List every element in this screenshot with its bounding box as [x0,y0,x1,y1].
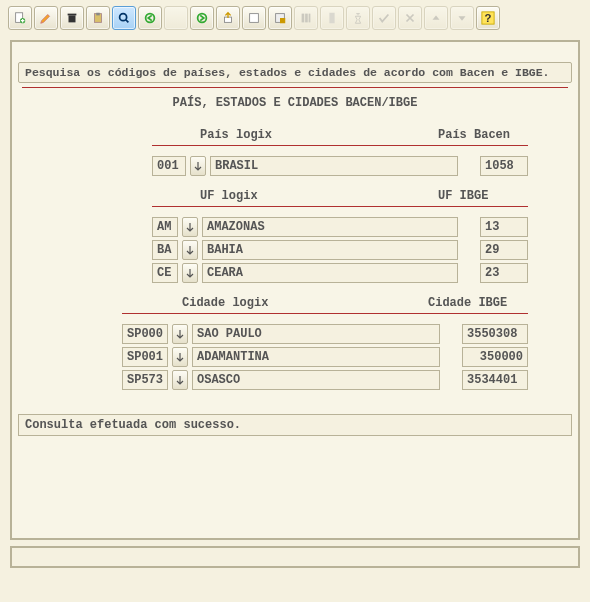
uf-code-input[interactable] [152,240,178,260]
cidade-code-input[interactable] [122,370,168,390]
cidade-row [118,370,532,390]
description-bar: Pesquisa os códigos de países, estados e… [18,62,572,83]
new-icon[interactable] [8,6,32,30]
uf-name-input[interactable] [202,217,458,237]
svg-rect-13 [302,14,305,23]
svg-rect-16 [329,13,334,24]
svg-rect-12 [280,18,285,23]
delete-icon[interactable] [60,6,84,30]
uf-ibge-input[interactable] [480,217,528,237]
svg-rect-10 [250,14,259,23]
label-cidade-ibge: Cidade IBGE [428,296,528,310]
svg-rect-14 [305,14,308,23]
cidade-name-input[interactable] [192,370,440,390]
up-icon [424,6,448,30]
uf-code-input[interactable] [152,217,178,237]
svg-rect-15 [309,14,311,23]
cidade-lookup-button[interactable] [172,370,188,390]
uf-row [148,217,532,237]
paste-icon[interactable] [86,6,110,30]
uf-ibge-input[interactable] [480,240,528,260]
uf-row [148,263,532,283]
pais-code-input[interactable] [152,156,186,176]
svg-point-6 [120,14,127,21]
divider [152,206,528,207]
ok-icon [372,6,396,30]
uf-name-input[interactable] [202,240,458,260]
cidade-ibge-input[interactable] [462,347,528,367]
uf-ibge-input[interactable] [480,263,528,283]
svg-rect-5 [96,13,100,16]
report-icon [320,6,344,30]
save-icon[interactable] [242,6,266,30]
uf-row [148,240,532,260]
cidade-name-input[interactable] [192,324,440,344]
main-panel: Pesquisa os códigos de países, estados e… [10,40,580,540]
cidade-row [118,324,532,344]
cidade-code-input[interactable] [122,347,168,367]
toolbar: ? [0,0,590,36]
help-icon[interactable]: ? [476,6,500,30]
output-icon[interactable] [268,6,292,30]
divider [22,87,568,88]
uf-name-input[interactable] [202,263,458,283]
uf-lookup-button[interactable] [182,217,198,237]
section-header-uf: UF logix UF IBGE [148,189,532,203]
footer-bar [10,546,580,568]
next-icon[interactable] [190,6,214,30]
label-pais-logix: País logix [200,128,438,142]
svg-rect-2 [69,15,76,22]
cancel-icon [398,6,422,30]
cidade-ibge-input[interactable] [462,370,528,390]
label-pais-bacen: País Bacen [438,128,528,142]
label-uf-ibge: UF IBGE [438,189,528,203]
search-icon[interactable] [112,6,136,30]
prev-blank-icon [164,6,188,30]
svg-rect-3 [68,14,77,16]
cidade-name-input[interactable] [192,347,440,367]
uf-code-input[interactable] [152,263,178,283]
export-icon[interactable] [216,6,240,30]
uf-lookup-button[interactable] [182,263,198,283]
cidade-ibge-input[interactable] [462,324,528,344]
uf-lookup-button[interactable] [182,240,198,260]
edit-icon[interactable] [34,6,58,30]
timer-icon [346,6,370,30]
columns-icon [294,6,318,30]
cidade-lookup-button[interactable] [172,347,188,367]
first-icon[interactable] [138,6,162,30]
section-header-pais: País logix País Bacen [148,128,532,142]
status-bar: Consulta efetuada com sucesso. [18,414,572,436]
cidade-lookup-button[interactable] [172,324,188,344]
pais-bacen-input[interactable] [480,156,528,176]
pais-row [148,156,532,176]
page-title: PAÍS, ESTADOS E CIDADES BACEN/IBGE [18,96,572,110]
divider [122,313,528,314]
divider [152,145,528,146]
label-cidade-logix: Cidade logix [182,296,428,310]
svg-text:?: ? [485,12,492,24]
cidade-row [118,347,532,367]
cidade-code-input[interactable] [122,324,168,344]
down-icon [450,6,474,30]
pais-lookup-button[interactable] [190,156,206,176]
label-uf-logix: UF logix [200,189,438,203]
section-header-cidade: Cidade logix Cidade IBGE [118,296,532,310]
app-window: ? Pesquisa os códigos de países, estados… [0,0,590,568]
pais-name-input[interactable] [210,156,458,176]
